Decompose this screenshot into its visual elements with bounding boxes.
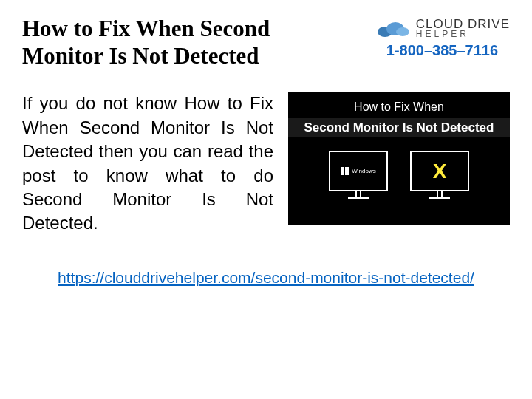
monitor-windows: Windows	[329, 151, 388, 199]
body-row: If you do not know How to Fix When Secon…	[22, 92, 510, 235]
monitor-base	[348, 197, 369, 199]
svg-point-2	[396, 27, 409, 36]
windows-icon	[341, 167, 349, 175]
monitor-stand	[355, 191, 361, 197]
monitor-x-screen: X	[410, 151, 469, 191]
windows-label: Windows	[352, 168, 375, 174]
article-link[interactable]: https://clouddrivehelper.com/second-moni…	[58, 269, 474, 286]
brand-block: CLOUD DRIVE HELPER 1-800–385–7116	[375, 18, 510, 59]
link-row: https://clouddrivehelper.com/second-moni…	[22, 269, 510, 287]
monitor-windows-screen: Windows	[329, 151, 388, 191]
slide: How to Fix When Second Monitor Is Not De…	[0, 0, 532, 399]
intro-paragraph: If you do not know How to Fix When Secon…	[22, 92, 273, 235]
monitor-base	[429, 197, 450, 199]
monitor-x: X	[410, 151, 469, 199]
cloud-icon	[375, 18, 412, 39]
page-title: How to Fix When Second Monitor Is Not De…	[22, 15, 303, 69]
brand-sub: HELPER	[416, 30, 510, 38]
brand-logo: CLOUD DRIVE HELPER	[375, 18, 510, 39]
header-row: How to Fix When Second Monitor Is Not De…	[22, 15, 510, 69]
phone-number: 1-800–385–7116	[386, 42, 498, 59]
thumbnail-image: How to Fix When Second Monitor Is Not De…	[288, 92, 510, 225]
brand-text: CLOUD DRIVE HELPER	[416, 18, 510, 39]
monitor-stand	[437, 191, 443, 197]
thumb-line2: Second Monitor Is Not Detected	[288, 118, 510, 137]
monitors-icon: Windows X	[329, 151, 469, 199]
thumb-line1: How to Fix When	[354, 100, 444, 114]
